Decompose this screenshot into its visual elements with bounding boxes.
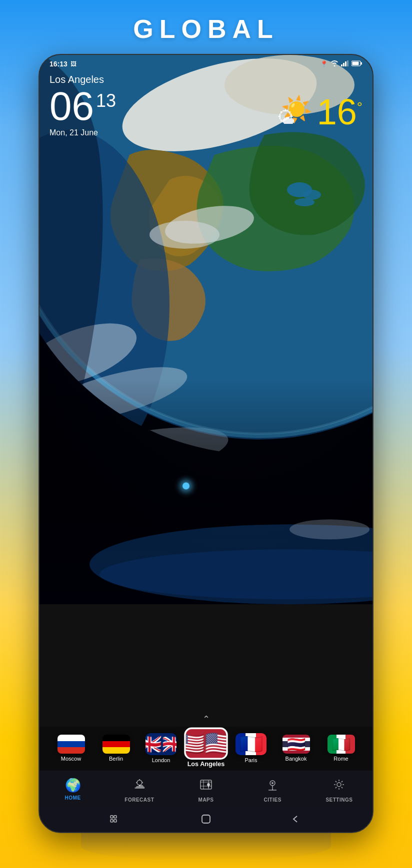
status-time: 16:13: [50, 60, 68, 68]
nav-item-home[interactable]: 🌍 HOME: [40, 776, 106, 805]
globe-background: [40, 55, 372, 646]
wifi-icon: [330, 60, 338, 68]
svg-point-17: [150, 221, 220, 249]
city-item-london[interactable]: 🇬🇧 London: [138, 731, 184, 765]
weather-right: ☀️ 🌤 16°: [277, 94, 362, 130]
page-title: GLOBAL: [133, 14, 279, 44]
phone-screen: 16:13 🖼 📍: [40, 55, 372, 832]
gallery-icon: 🖼: [70, 60, 76, 67]
forecast-icon: [132, 778, 146, 795]
city-item-rome[interactable]: 🇮🇹 Rome: [318, 733, 364, 764]
nav-label-settings: SETTINGS: [326, 797, 352, 803]
nav-item-maps[interactable]: MAPS: [172, 776, 239, 805]
weather-condition-icon: ☀️ 🌤: [277, 97, 312, 127]
temperature-display: 16°: [317, 94, 362, 130]
time-min: 13: [96, 90, 116, 111]
nav-item-settings[interactable]: SETTINGS: [306, 776, 372, 805]
city-label-bangkok: Bangkok: [286, 756, 307, 762]
svg-point-9: [303, 190, 321, 200]
svg-rect-29: [361, 62, 362, 64]
settings-icon: [332, 778, 346, 795]
status-right: 📍: [320, 60, 362, 68]
svg-rect-43: [110, 820, 113, 822]
nav-item-cities[interactable]: CITIES: [240, 776, 306, 805]
android-nav: [40, 809, 372, 832]
svg-rect-27: [347, 60, 348, 66]
city-label-rome: Rome: [334, 756, 348, 762]
flag-germany: [102, 735, 130, 754]
city-item-moscow[interactable]: Moscow: [48, 733, 94, 764]
svg-rect-45: [202, 815, 210, 823]
recent-apps-button[interactable]: [110, 815, 120, 826]
city-label-moscow: Moscow: [61, 756, 81, 762]
city-item-los-angeles[interactable]: 🇺🇸 Los Angeles: [180, 727, 232, 769]
maps-icon: [199, 778, 213, 795]
temperature-value: 16°: [317, 92, 362, 132]
phone-reflection: [81, 831, 331, 861]
city-label-paris: Paris: [244, 757, 257, 763]
svg-point-10: [294, 198, 314, 206]
city-item-paris[interactable]: 🇫🇷 Paris: [228, 731, 274, 765]
city-name: Los Angeles: [50, 74, 362, 85]
nav-label-forecast: FORECAST: [124, 797, 154, 803]
svg-rect-25: [343, 63, 344, 66]
city-carousel: Moscow Berlin 🇬🇧 London 🇺🇸 Los Angeles: [40, 727, 372, 771]
flag-usa: 🇺🇸: [186, 729, 226, 758]
status-left: 16:13 🖼: [50, 60, 76, 68]
svg-rect-41: [110, 816, 113, 818]
svg-rect-44: [114, 820, 116, 822]
svg-point-23: [290, 519, 370, 539]
nav-label-maps: MAPS: [198, 797, 214, 803]
svg-point-39: [272, 782, 274, 784]
svg-point-40: [337, 783, 341, 787]
status-bar: 16:13 🖼 📍: [40, 55, 372, 71]
date-text: Mon, 21 June: [50, 128, 116, 137]
nav-label-home: HOME: [65, 795, 81, 801]
location-icon: 📍: [320, 60, 328, 68]
bottom-nav: 🌍 HOME: [40, 771, 372, 809]
time-date-block: 06 13 Mon, 21 June: [50, 86, 116, 137]
svg-rect-24: [341, 64, 342, 66]
phone-frame: 16:13 🖼 📍: [38, 54, 374, 833]
home-button[interactable]: [200, 814, 212, 827]
weather-row: 06 13 Mon, 21 June ☀️ 🌤 16°: [50, 86, 362, 137]
signal-icon: [341, 60, 349, 68]
weather-info: Los Angeles 06 13 Mon, 21 June ☀️ 🌤: [40, 71, 372, 137]
flag-uk: 🇬🇧: [146, 733, 176, 755]
svg-point-37: [207, 783, 210, 786]
city-label-la: Los Angeles: [188, 760, 225, 767]
nav-item-forecast[interactable]: FORECAST: [106, 776, 172, 805]
flag-russia: [58, 735, 85, 754]
flag-france: 🇫🇷: [236, 733, 266, 755]
back-button[interactable]: [292, 815, 302, 826]
time-hour: 06: [50, 86, 94, 126]
svg-rect-42: [114, 816, 116, 818]
svg-rect-30: [352, 61, 359, 65]
flag-thailand: 🇹🇭: [282, 735, 310, 754]
swipe-arrow-icon: ⌃: [202, 714, 210, 725]
flag-italy: 🇮🇹: [328, 735, 355, 754]
nav-label-cities: CITIES: [264, 797, 282, 803]
city-item-berlin[interactable]: Berlin: [94, 733, 138, 764]
svg-rect-26: [345, 61, 346, 66]
time-display: 06 13: [50, 86, 116, 126]
battery-icon: [352, 60, 362, 68]
city-label-london: London: [152, 757, 170, 763]
city-label-berlin: Berlin: [109, 756, 123, 762]
city-item-bangkok[interactable]: 🇹🇭 Bangkok: [274, 733, 318, 764]
home-icon: 🌍: [65, 778, 81, 793]
cities-icon: [266, 778, 280, 795]
svg-point-31: [137, 780, 142, 785]
bottom-section: ⌃ Moscow Berlin 🇬🇧 London: [40, 710, 372, 832]
swipe-indicator[interactable]: ⌃: [40, 710, 372, 727]
